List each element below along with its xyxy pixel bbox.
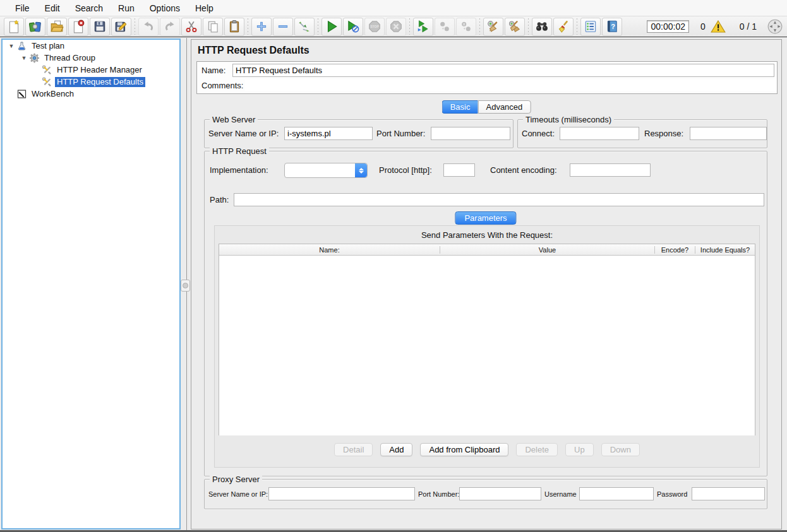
server-name-input[interactable]	[284, 127, 373, 140]
start-no-pauses-button[interactable]	[343, 18, 363, 36]
parameters-table[interactable]: Name: Value Encode? Include Equals?	[219, 244, 755, 435]
protocol-input[interactable]	[443, 163, 475, 177]
menu-search[interactable]: Search	[68, 3, 111, 13]
new-file-button[interactable]	[4, 18, 24, 36]
parameters-table-body[interactable]	[219, 256, 755, 435]
menu-help[interactable]: Help	[188, 3, 221, 13]
comments-input[interactable]	[245, 80, 777, 91]
close-file-button[interactable]	[68, 18, 88, 36]
svg-text:?: ?	[611, 23, 615, 30]
tree-item-workbench[interactable]: WorkBench	[3, 88, 179, 100]
column-header-name[interactable]: Name:	[219, 246, 440, 254]
toggle-thread-arrows-button[interactable]	[294, 18, 315, 36]
help-book-icon: ?	[605, 20, 619, 33]
up-button[interactable]: Up	[565, 443, 594, 456]
path-input[interactable]	[234, 193, 764, 206]
content-encoding-input[interactable]	[570, 163, 651, 177]
save-button[interactable]	[90, 18, 110, 36]
cut-scissors-icon	[184, 20, 198, 33]
clear-button[interactable]	[483, 18, 503, 36]
stop-button[interactable]: STOP	[364, 18, 385, 36]
proxy-password-input[interactable]	[692, 487, 765, 500]
proxy-port-input[interactable]	[459, 487, 541, 500]
save-as-icon	[114, 20, 128, 33]
menu-run[interactable]: Run	[111, 3, 142, 13]
response-timeout-input[interactable]	[690, 127, 767, 140]
timeouts-group: Timeouts (milliseconds) Connect: Respons…	[517, 119, 767, 148]
menu-file[interactable]: File	[8, 3, 37, 13]
start-no-pauses-icon	[346, 20, 360, 33]
proxy-server-name-input[interactable]	[268, 487, 415, 500]
remote-shutdown-all-button[interactable]	[435, 18, 455, 36]
tree-item-thread-group[interactable]: ▼ Thread Group	[3, 52, 179, 64]
active-threads: 0 / 1	[740, 21, 757, 32]
column-header-include-equals[interactable]: Include Equals?	[695, 246, 755, 254]
column-header-encode[interactable]: Encode?	[655, 246, 695, 254]
search-button[interactable]	[532, 18, 552, 36]
expand-arrow-icon[interactable]: ▼	[6, 43, 16, 49]
redo-button[interactable]	[160, 18, 180, 36]
tree-item-test-plan[interactable]: ▼ Test plan	[3, 40, 179, 52]
implementation-select[interactable]	[284, 163, 368, 178]
connect-timeout-input[interactable]	[560, 127, 639, 140]
tab-parameters[interactable]: Parameters	[455, 211, 516, 225]
remove-element-button[interactable]	[273, 18, 293, 36]
save-as-button[interactable]	[111, 18, 131, 36]
remote-stop-all-button[interactable]	[456, 18, 476, 36]
proxy-username-input[interactable]	[579, 487, 654, 500]
shutdown-button[interactable]	[386, 18, 406, 36]
name-input[interactable]	[232, 64, 774, 77]
tree-item-http-header-manager[interactable]: HTTP Header Manager	[3, 64, 179, 76]
add-element-button[interactable]	[251, 18, 272, 36]
function-helper-button[interactable]	[580, 18, 601, 36]
http-request-group: HTTP Request Implementation: Protocol [h…	[204, 151, 767, 476]
web-server-group-title: Web Server	[210, 115, 258, 124]
open-file-button[interactable]	[47, 18, 67, 36]
help-button[interactable]: ?	[602, 18, 622, 36]
remote-start-all-button[interactable]	[413, 18, 433, 36]
expand-arrow-icon[interactable]: ▼	[19, 55, 29, 61]
column-header-value[interactable]: Value	[440, 246, 655, 254]
test-plan-tree: ▼ Test plan ▼ T	[1, 38, 181, 529]
undo-button[interactable]	[138, 18, 159, 36]
start-icon	[325, 20, 339, 33]
save-icon	[93, 20, 107, 33]
menu-bar: File Edit Search Run Options Help	[0, 0, 787, 16]
toolbar-separator	[575, 18, 579, 35]
add-from-clipboard-button[interactable]: Add from Clipboard	[420, 443, 508, 456]
open-template-button[interactable]	[25, 18, 45, 36]
toolbar-compass-icon[interactable]	[767, 18, 783, 35]
paste-button[interactable]	[224, 18, 244, 36]
add-button[interactable]: Add	[380, 443, 412, 456]
search-reset-button[interactable]	[553, 18, 574, 36]
delete-button[interactable]: Delete	[516, 443, 558, 456]
connect-timeout-label: Connect:	[522, 129, 555, 138]
warning-triangle-icon[interactable]	[711, 20, 726, 33]
implementation-label: Implementation:	[210, 165, 268, 175]
yellow-broom-icon	[556, 20, 570, 33]
splitter-handle[interactable]	[181, 280, 190, 292]
menu-options[interactable]: Options	[142, 3, 188, 13]
redo-icon	[163, 20, 177, 33]
tab-basic[interactable]: Basic	[442, 100, 478, 114]
svg-text:STOP: STOP	[370, 25, 379, 28]
undo-icon	[141, 20, 155, 33]
comments-label: Comments:	[201, 81, 243, 90]
proxy-username-label: Username	[544, 490, 577, 498]
stop-icon: STOP	[368, 20, 381, 33]
tree-item-http-request-defaults[interactable]: HTTP Request Defaults	[3, 76, 179, 88]
http-request-group-title: HTTP Request	[210, 146, 269, 156]
copy-button[interactable]	[203, 18, 223, 36]
cut-button[interactable]	[181, 18, 201, 36]
page-title: HTTP Request Defaults	[198, 45, 309, 56]
clear-all-button[interactable]	[505, 18, 525, 36]
menu-edit[interactable]: Edit	[37, 3, 68, 13]
function-helper-icon	[584, 20, 598, 33]
toolbar-separator	[246, 18, 250, 35]
down-button[interactable]: Down	[601, 443, 640, 456]
tab-advanced[interactable]: Advanced	[478, 100, 531, 114]
port-number-input[interactable]	[431, 127, 510, 140]
start-button[interactable]	[321, 18, 342, 36]
detail-button[interactable]: Detail	[334, 443, 373, 456]
proxy-server-name-label: Server Name or IP:	[208, 490, 268, 498]
